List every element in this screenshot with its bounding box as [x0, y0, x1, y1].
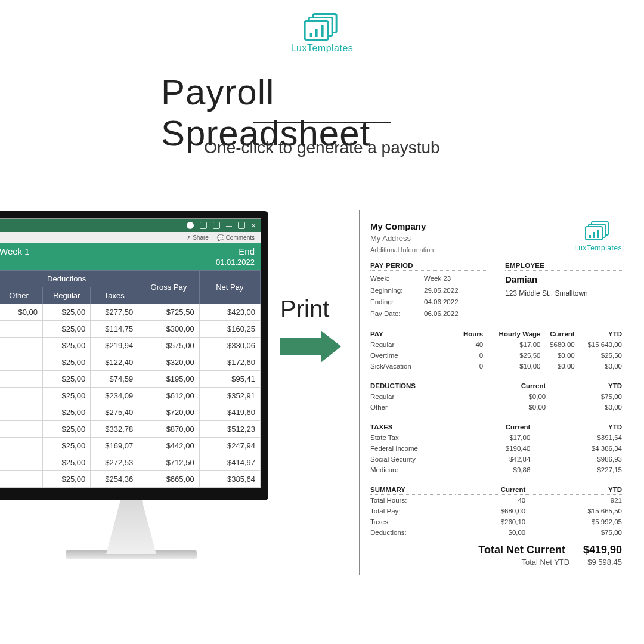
cell[interactable]: $275,40 — [91, 404, 138, 421]
net-current-label: Total Net Current — [478, 544, 565, 556]
col-gross: Gross Pay — [138, 271, 199, 304]
close-icon[interactable]: ✕ — [251, 222, 256, 229]
share-button[interactable]: ↗ Share — [186, 234, 208, 241]
account-icon — [187, 222, 194, 229]
maximize-icon[interactable] — [238, 222, 245, 229]
end-date: 01.01.2022 — [0, 258, 261, 270]
cell[interactable]: $612,00 — [138, 388, 199, 404]
cell[interactable]: $25,00 — [43, 388, 91, 404]
cell[interactable]: $352,91 — [199, 388, 260, 404]
cell[interactable]: $25,00 — [43, 371, 91, 388]
cell[interactable]: $25,00 — [43, 471, 91, 488]
cell[interactable] — [0, 454, 43, 471]
taxes-table: TAXES Current YTD State Tax$17,00$391,64… — [370, 421, 622, 475]
cell[interactable]: $512,23 — [199, 421, 260, 438]
cell[interactable] — [0, 438, 43, 454]
cell[interactable]: $385,64 — [199, 471, 260, 488]
comments-button[interactable]: 💬 Comments — [217, 234, 255, 241]
pay-table: PAY Hours Hourly Wage Current YTD Regula… — [370, 328, 622, 371]
cell[interactable]: $277,50 — [91, 304, 138, 321]
cell[interactable]: $419,60 — [199, 404, 260, 421]
cell[interactable]: $442,00 — [138, 438, 199, 454]
cell[interactable]: $169,07 — [91, 438, 138, 454]
spreadsheet-screen: — ✕ ↗ Share 💬 Comments Week 1 End 01.01.… — [0, 218, 261, 488]
cell[interactable] — [0, 388, 43, 404]
company-address: My Address — [370, 234, 434, 243]
minimize-icon[interactable]: — — [226, 222, 232, 229]
week-label: Week 1 — [0, 246, 30, 256]
monitor-mockup: — ✕ ↗ Share 💬 Comments Week 1 End 01.01.… — [0, 211, 268, 559]
arrow-icon — [280, 330, 346, 363]
ribbon-options-icon — [213, 222, 220, 229]
window-titlebar: — ✕ — [0, 219, 261, 232]
deductions-table: DEDUCTIONS Current YTD Regular$0,00$75,0… — [370, 380, 622, 413]
cell[interactable]: $219,94 — [91, 338, 138, 354]
cell[interactable] — [0, 371, 43, 388]
logo-icon — [304, 13, 340, 41]
cell[interactable]: $172,60 — [199, 354, 260, 371]
cell[interactable]: $725,50 — [138, 304, 199, 321]
cell[interactable]: $247,94 — [199, 438, 260, 454]
cell[interactable]: $25,00 — [43, 438, 91, 454]
end-label: End — [239, 246, 255, 256]
brand-name: LuxTemplates — [291, 43, 354, 54]
employee-address: 123 Middle St., Smalltown — [505, 289, 622, 298]
cell[interactable]: $254,36 — [91, 471, 138, 488]
print-label: Print — [280, 296, 329, 323]
cell[interactable]: $25,00 — [43, 421, 91, 438]
cell[interactable] — [0, 471, 43, 488]
employee-title: EMPLOYEE — [505, 262, 622, 271]
cell[interactable]: $25,00 — [43, 304, 91, 321]
cell[interactable]: $74,59 — [91, 371, 138, 388]
premium-icon — [200, 222, 207, 229]
cell[interactable]: $300,00 — [138, 321, 199, 338]
col-group-deductions: Deductions — [0, 271, 138, 287]
paystub: My Company My Address Additional Informa… — [359, 210, 633, 575]
company-name: My Company — [370, 221, 434, 231]
employee-name: Damian — [505, 274, 622, 284]
cell[interactable] — [0, 354, 43, 371]
cell[interactable] — [0, 338, 43, 354]
cell[interactable]: $234,09 — [91, 388, 138, 404]
cell[interactable] — [0, 404, 43, 421]
cell[interactable]: $25,00 — [43, 454, 91, 471]
col-other: Other — [0, 287, 43, 304]
cell[interactable]: $114,75 — [91, 321, 138, 338]
cell[interactable]: $870,00 — [138, 421, 199, 438]
cell[interactable]: $195,00 — [138, 371, 199, 388]
title-underline — [253, 122, 391, 123]
summary-table: SUMMARY Current YTD Total Hours:40921Tot… — [370, 484, 622, 538]
cell[interactable]: $423,00 — [199, 304, 260, 321]
pay-period-title: PAY PERIOD — [370, 262, 487, 271]
page-subtitle: One-click to generate a paystub — [204, 138, 439, 157]
ribbon: ↗ Share 💬 Comments — [0, 232, 261, 243]
cell[interactable]: $720,00 — [138, 404, 199, 421]
cell[interactable]: $712,50 — [138, 454, 199, 471]
cell[interactable]: $122,40 — [91, 354, 138, 371]
cell[interactable] — [0, 321, 43, 338]
cell[interactable]: $95,41 — [199, 371, 260, 388]
cell[interactable]: $25,00 — [43, 338, 91, 354]
net-current-value: $419,90 — [583, 544, 622, 556]
cell[interactable]: $414,97 — [199, 454, 260, 471]
cell[interactable]: $332,78 — [91, 421, 138, 438]
cell[interactable]: $160,25 — [199, 321, 260, 338]
brand-logo: LuxTemplates — [291, 13, 354, 54]
cell[interactable]: $25,00 — [43, 404, 91, 421]
col-net: Net Pay — [199, 271, 260, 304]
cell[interactable]: $665,00 — [138, 471, 199, 488]
cell[interactable]: $0,00 — [0, 304, 43, 321]
cell[interactable] — [0, 421, 43, 438]
cell[interactable]: $25,00 — [43, 321, 91, 338]
col-regular: Regular — [43, 287, 91, 304]
cell[interactable]: $272,53 — [91, 454, 138, 471]
net-ytd-label: Total Net YTD — [521, 558, 569, 566]
col-taxes: Taxes — [91, 287, 138, 304]
paystub-logo: LuxTemplates — [574, 221, 622, 252]
company-extra: Additional Information — [370, 246, 434, 253]
cell[interactable]: $320,00 — [138, 354, 199, 371]
cell[interactable]: $575,00 — [138, 338, 199, 354]
cell[interactable]: $330,06 — [199, 338, 260, 354]
net-ytd-value: $9 598,45 — [587, 558, 622, 566]
cell[interactable]: $25,00 — [43, 354, 91, 371]
